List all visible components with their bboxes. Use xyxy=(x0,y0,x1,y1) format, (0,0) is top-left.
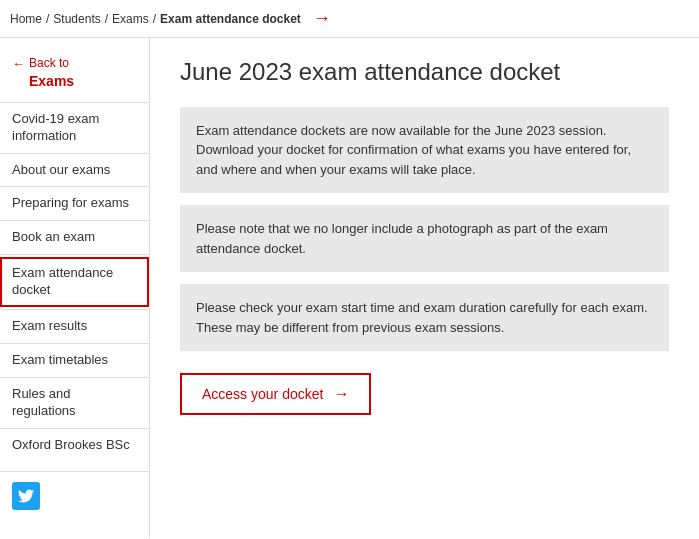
sidebar-item-attendance[interactable]: Exam attendance docket xyxy=(0,254,149,307)
back-main-label: Exams xyxy=(29,72,74,90)
breadcrumb-current: Exam attendance docket xyxy=(160,12,301,26)
page-title: June 2023 exam attendance docket xyxy=(180,58,669,87)
twitter-icon[interactable] xyxy=(12,482,40,510)
sidebar-item-about[interactable]: About our exams xyxy=(0,153,149,187)
sidebar-navigation: Covid-19 exam information About our exam… xyxy=(0,102,149,462)
breadcrumb: Home / Students / Exams / Exam attendanc… xyxy=(0,0,699,38)
breadcrumb-home[interactable]: Home xyxy=(10,12,42,26)
back-arrow-icon: ← xyxy=(12,56,25,73)
sidebar-item-preparing[interactable]: Preparing for exams xyxy=(0,186,149,220)
access-docket-arrow-icon: → xyxy=(333,385,349,403)
back-to-exams-link[interactable]: ← Back to Exams xyxy=(0,48,149,102)
back-top-label: Back to xyxy=(29,56,74,72)
sidebar-item-rules[interactable]: Rules and regulations xyxy=(0,377,149,428)
main-layout: ← Back to Exams Covid-19 exam informatio… xyxy=(0,38,699,538)
breadcrumb-exams[interactable]: Exams xyxy=(112,12,149,26)
sidebar-item-book[interactable]: Book an exam xyxy=(0,220,149,254)
breadcrumb-students[interactable]: Students xyxy=(53,12,100,26)
sidebar-item-covid[interactable]: Covid-19 exam information xyxy=(0,102,149,153)
breadcrumb-arrow-icon: → xyxy=(313,8,331,29)
sidebar-item-timetables[interactable]: Exam timetables xyxy=(0,343,149,377)
twitter-section xyxy=(0,471,149,520)
content-area: June 2023 exam attendance docket Exam at… xyxy=(150,38,699,538)
info-box-1: Exam attendance dockets are now availabl… xyxy=(180,107,669,194)
info-box-3: Please check your exam start time and ex… xyxy=(180,284,669,351)
sidebar-item-results[interactable]: Exam results xyxy=(0,309,149,343)
info-box-2: Please note that we no longer include a … xyxy=(180,205,669,272)
access-docket-label: Access your docket xyxy=(202,386,323,402)
sidebar-item-oxford[interactable]: Oxford Brookes BSc xyxy=(0,428,149,462)
access-docket-button[interactable]: Access your docket → xyxy=(180,373,371,415)
sidebar: ← Back to Exams Covid-19 exam informatio… xyxy=(0,38,150,538)
